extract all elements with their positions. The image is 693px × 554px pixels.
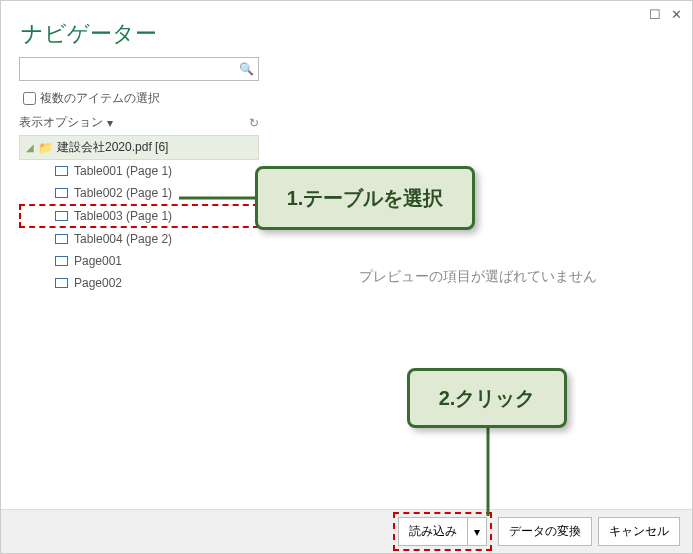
- multi-select-checkbox[interactable]: 複数のアイテムの選択: [19, 89, 259, 108]
- annotation-callout-2: 2.クリック: [407, 368, 567, 428]
- tree-item-label: Table001 (Page 1): [74, 164, 172, 178]
- table-icon: [55, 188, 68, 198]
- dialog-footer: 読み込み ▾ データの変換 キャンセル: [1, 509, 692, 553]
- tree-item-label: Page002: [74, 276, 122, 290]
- table-icon: [55, 211, 68, 221]
- transform-data-button[interactable]: データの変換: [498, 517, 592, 546]
- load-button-label: 読み込み: [409, 523, 457, 540]
- table-icon: [55, 256, 68, 266]
- transform-data-label: データの変換: [509, 523, 581, 540]
- multi-select-input[interactable]: [23, 92, 36, 105]
- tree-item-label: Page001: [74, 254, 122, 268]
- chevron-down-icon: ▾: [107, 116, 113, 130]
- page-title: ナビゲーター: [1, 1, 692, 61]
- caret-down-icon: ◢: [26, 142, 34, 153]
- preview-panel: プレビューの項目が選ばれていません: [276, 57, 680, 497]
- tree-item-table003[interactable]: Table003 (Page 1): [19, 204, 259, 228]
- preview-empty-message: プレビューの項目が選ばれていません: [359, 268, 597, 286]
- tree-item-table001[interactable]: Table001 (Page 1): [19, 160, 259, 182]
- search-input-wrap[interactable]: 🔍: [19, 57, 259, 81]
- folder-icon: 📁: [38, 141, 53, 155]
- tree-item-table002[interactable]: Table002 (Page 1): [19, 182, 259, 204]
- tree-root[interactable]: ◢ 📁 建設会社2020.pdf [6]: [19, 135, 259, 160]
- navigator-left-panel: 🔍 複数のアイテムの選択 表示オプション ▾ ↻ ◢ 📁 建設会社2020.pd…: [19, 57, 259, 294]
- load-button-highlight: 読み込み ▾: [393, 512, 492, 551]
- load-button-dropdown[interactable]: ▾: [467, 517, 487, 546]
- multi-select-label: 複数のアイテムの選択: [40, 90, 160, 107]
- table-icon: [55, 278, 68, 288]
- table-icon: [55, 166, 68, 176]
- cancel-label: キャンセル: [609, 523, 669, 540]
- table-icon: [55, 234, 68, 244]
- load-button[interactable]: 読み込み: [398, 517, 467, 546]
- search-icon[interactable]: 🔍: [239, 62, 254, 76]
- chevron-down-icon: ▾: [474, 525, 480, 539]
- display-options-dropdown[interactable]: 表示オプション ▾: [19, 114, 113, 131]
- tree-item-page002[interactable]: Page002: [19, 272, 259, 294]
- tree-item-label: Table004 (Page 2): [74, 232, 172, 246]
- tree: ◢ 📁 建設会社2020.pdf [6] Table001 (Page 1) T…: [19, 135, 259, 294]
- tree-item-page001[interactable]: Page001: [19, 250, 259, 272]
- tree-item-table004[interactable]: Table004 (Page 2): [19, 228, 259, 250]
- display-options-label: 表示オプション: [19, 114, 103, 131]
- tree-root-label: 建設会社2020.pdf [6]: [57, 139, 168, 156]
- tree-item-label: Table002 (Page 1): [74, 186, 172, 200]
- tree-item-label: Table003 (Page 1): [74, 209, 172, 223]
- refresh-icon[interactable]: ↻: [249, 116, 259, 130]
- cancel-button[interactable]: キャンセル: [598, 517, 680, 546]
- annotation-callout-1: 1.テーブルを選択: [255, 166, 475, 230]
- search-input[interactable]: [24, 61, 239, 77]
- close-icon[interactable]: ✕: [671, 7, 682, 22]
- maximize-icon[interactable]: ☐: [649, 7, 661, 22]
